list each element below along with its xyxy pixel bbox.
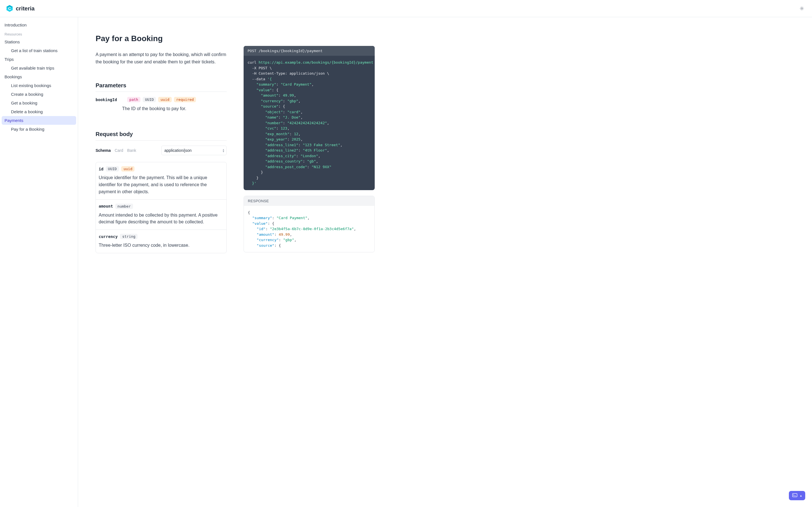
svg-line-11 — [803, 7, 803, 7]
select-chevrons-icon: ▴▾ — [223, 149, 224, 152]
schema-box: id UUID uuid Unique identifier for the p… — [96, 162, 227, 253]
param-description: The ID of the booking to pay for. — [96, 106, 227, 111]
param-name: bookingId — [96, 98, 117, 102]
sidebar-item-bookings-create[interactable]: Create a booking — [2, 90, 76, 99]
sidebar-item-bookings-list[interactable]: List existing bookings — [2, 81, 76, 90]
logo-icon: C — [6, 4, 13, 12]
tab-bank[interactable]: Bank — [127, 148, 136, 153]
field-amount: amount number Amount intended to be coll… — [96, 200, 226, 230]
content-type-value: application/json — [164, 148, 192, 153]
sidebar-item-bookings-delete[interactable]: Delete a booking — [2, 107, 76, 116]
sidebar-item-bookings-get[interactable]: Get a booking — [2, 99, 76, 107]
request-sample: POST /bookings/{bookingId}/payment curl … — [244, 46, 375, 190]
parameters-heading: Parameters — [96, 82, 227, 92]
sidebar-item-payments-pay[interactable]: Pay for a Booking — [2, 125, 76, 133]
brand-name: criteria — [16, 5, 35, 12]
field-id: id UUID uuid Unique identifier for the p… — [96, 162, 226, 200]
sidebar-item-trips-available[interactable]: Get available train trips — [2, 64, 76, 72]
svg-text:C: C — [8, 6, 11, 11]
field-type: UUID — [106, 166, 119, 172]
tab-card[interactable]: Card — [115, 148, 123, 153]
request-header: POST /bookings/{bookingId}/payment — [244, 46, 375, 56]
sidebar-item-trips[interactable]: Trips — [2, 55, 76, 64]
response-sample: RESPONSE { "summary": "Card Payment", "v… — [244, 196, 375, 252]
sidebar-item-stations[interactable]: Stations — [2, 38, 76, 46]
sidebar-nav: Introduction Resources Stations Get a li… — [0, 17, 78, 507]
field-description: Three-letter ISO currency code, in lower… — [99, 242, 223, 249]
chevron-up-icon: ▴ — [800, 494, 802, 497]
param-badge-type: UUID — [143, 97, 156, 102]
param-badge-required: required — [174, 97, 196, 102]
sidebar-item-stations-list[interactable]: Get a list of train stations — [2, 46, 76, 55]
field-name: id — [99, 167, 103, 171]
sidebar-item-bookings[interactable]: Bookings — [2, 72, 76, 81]
tab-schema[interactable]: Schema — [96, 148, 111, 153]
content-type-select[interactable]: application/json ▴▾ — [161, 146, 227, 155]
param-badge-format: uuid — [158, 97, 171, 102]
response-body[interactable]: { "summary": "Card Payment", "value": { … — [244, 206, 374, 252]
field-type: string — [120, 234, 138, 239]
field-description: Amount intended to be collected by this … — [99, 212, 223, 226]
response-header: RESPONSE — [244, 196, 374, 206]
field-format: uuid — [121, 166, 135, 172]
field-type: number — [115, 204, 133, 209]
brand-logo[interactable]: C criteria — [6, 4, 35, 12]
theme-toggle-button[interactable] — [797, 4, 806, 13]
field-description: Unique identifier for the payment. This … — [99, 174, 223, 195]
svg-rect-12 — [793, 494, 797, 497]
request-body-heading: Request body — [96, 131, 227, 140]
sidebar-section-resources: Resources — [2, 29, 76, 38]
page-title: Pay for a Booking — [96, 34, 227, 43]
svg-point-3 — [801, 8, 802, 9]
field-name: currency — [99, 234, 117, 239]
floating-widget-button[interactable]: ▴ — [789, 491, 805, 500]
request-body[interactable]: curl https://api.example.com/bookings/{b… — [244, 56, 375, 190]
sidebar-item-introduction[interactable]: Introduction — [2, 20, 76, 29]
field-name: amount — [99, 204, 113, 209]
terminal-icon — [792, 493, 797, 498]
param-bookingid: bookingId path UUID uuid required The ID… — [96, 92, 227, 114]
page-description: A payment is an attempt to pay for the b… — [96, 51, 227, 65]
sidebar-item-payments[interactable]: Payments — [2, 116, 76, 125]
param-badge-path: path — [127, 97, 140, 102]
field-currency: currency string Three-letter ISO currenc… — [96, 230, 226, 253]
